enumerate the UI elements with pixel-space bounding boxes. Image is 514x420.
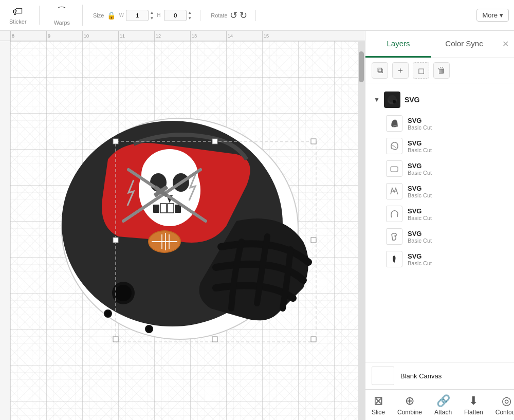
delete-layer-btn[interactable]: 🗑 bbox=[433, 62, 450, 79]
layer-info-3: SVG Basic Cut bbox=[408, 185, 506, 198]
size-label: Size bbox=[93, 12, 104, 19]
layer-info-0: SVG Basic Cut bbox=[408, 117, 506, 131]
ruler-mark: 12 bbox=[154, 31, 190, 41]
scrollbar-vertical[interactable] bbox=[358, 41, 365, 420]
ruler-mark: 9 bbox=[46, 31, 82, 41]
layer-group-header[interactable]: ▼ SVG bbox=[365, 87, 514, 112]
canvas-grid[interactable] bbox=[10, 41, 365, 420]
slice-label: Slice bbox=[372, 409, 385, 416]
layer-type-3: Basic Cut bbox=[408, 192, 506, 198]
group-chevron-icon: ▼ bbox=[374, 96, 380, 103]
list-item[interactable]: SVG Basic Cut bbox=[365, 248, 514, 270]
group-thumbnail bbox=[384, 92, 400, 108]
scrollbar-thumb[interactable] bbox=[359, 51, 364, 82]
ruler-mark: 10 bbox=[82, 31, 118, 41]
width-down-btn[interactable]: ▼ bbox=[150, 15, 154, 21]
warps-label: Warps bbox=[54, 20, 70, 26]
tab-layers[interactable]: Layers bbox=[365, 31, 431, 58]
slice-btn[interactable]: ⊠ Slice bbox=[365, 391, 391, 419]
list-item[interactable]: SVG Basic Cut bbox=[365, 157, 514, 180]
lock-icon: 🔒 bbox=[107, 11, 116, 20]
height-up-btn[interactable]: ▲ bbox=[188, 10, 192, 15]
svg-rect-31 bbox=[311, 337, 316, 342]
layer-thumb-3 bbox=[386, 183, 402, 199]
ruler-mark: 8 bbox=[10, 31, 46, 41]
layer-type-6: Basic Cut bbox=[408, 260, 506, 266]
panel-tabs: Layers Color Sync ✕ bbox=[365, 31, 514, 58]
layer-type-5: Basic Cut bbox=[408, 238, 506, 244]
height-group: H ▲ ▼ bbox=[157, 10, 192, 21]
attach-btn[interactable]: 🔗 Attach bbox=[428, 391, 458, 419]
width-up-btn[interactable]: ▲ bbox=[150, 10, 154, 15]
sticker-btn[interactable]: 🏷 Sticker bbox=[5, 6, 31, 25]
svg-rect-7 bbox=[153, 205, 159, 213]
layer-info-6: SVG Basic Cut bbox=[408, 252, 506, 266]
ruler-mark: 11 bbox=[118, 31, 154, 41]
layer-thumb-4 bbox=[386, 206, 402, 222]
layer-thumb-1 bbox=[386, 138, 402, 154]
svg-rect-35 bbox=[311, 238, 316, 243]
height-down-btn[interactable]: ▼ bbox=[188, 15, 192, 21]
svg-line-38 bbox=[392, 145, 396, 148]
ruler-vertical bbox=[0, 41, 10, 420]
helmet-artwork[interactable] bbox=[41, 93, 329, 350]
svg-rect-33 bbox=[212, 337, 217, 342]
svg-rect-9 bbox=[168, 204, 174, 213]
layer-name-4: SVG bbox=[408, 207, 506, 215]
layer-name-2: SVG bbox=[408, 162, 506, 170]
toolbar: 🏷 Sticker ⌒ Warps Size 🔒 W ▲ ▼ H bbox=[0, 0, 514, 31]
list-item[interactable]: SVG Basic Cut bbox=[365, 112, 514, 135]
height-label: H bbox=[157, 12, 163, 18]
hide-layer-btn[interactable]: ◻ bbox=[413, 62, 429, 79]
width-group: W ▲ ▼ bbox=[119, 10, 154, 21]
svg-rect-28 bbox=[113, 139, 118, 144]
rotate-ccw-btn[interactable]: ↺ bbox=[230, 10, 237, 21]
ruler-mark: 13 bbox=[190, 31, 226, 41]
sticker-label: Sticker bbox=[9, 19, 27, 25]
add-layer-btn[interactable]: ＋ bbox=[392, 62, 409, 79]
panel-close-btn[interactable]: ✕ bbox=[497, 31, 514, 58]
combine-icon: ⊕ bbox=[405, 394, 414, 408]
contour-label: Contour bbox=[495, 409, 514, 416]
list-item[interactable]: SVG Basic Cut bbox=[365, 180, 514, 203]
svg-rect-39 bbox=[391, 167, 398, 172]
svg-rect-32 bbox=[212, 139, 217, 144]
ruler-horizontal: 8 9 10 11 12 13 14 15 bbox=[0, 31, 365, 41]
svg-point-22 bbox=[115, 285, 132, 301]
attach-label: Attach bbox=[434, 409, 452, 416]
svg-point-26 bbox=[146, 326, 152, 332]
flatten-label: Flatten bbox=[464, 409, 483, 416]
bottom-action-bar: ⊠ Slice ⊕ Combine 🔗 Attach ⬇ Flatten ◎ C… bbox=[365, 389, 514, 420]
list-item[interactable]: SVG Basic Cut bbox=[365, 203, 514, 225]
list-item[interactable]: SVG Basic Cut bbox=[365, 225, 514, 248]
ruler-marks: 8 9 10 11 12 13 14 15 bbox=[10, 31, 365, 41]
more-label: More bbox=[482, 11, 498, 19]
blank-canvas-label: Blank Canvas bbox=[400, 372, 442, 380]
warps-btn[interactable]: ⌒ Warps bbox=[50, 5, 74, 26]
svg-rect-34 bbox=[113, 238, 118, 243]
list-item[interactable]: SVG Basic Cut bbox=[365, 135, 514, 157]
right-panel: Layers Color Sync ✕ ⧉ ＋ ◻ 🗑 ▼ bbox=[365, 31, 514, 420]
rotate-cw-btn[interactable]: ↻ bbox=[240, 10, 247, 21]
height-input[interactable] bbox=[164, 10, 187, 21]
layer-name-1: SVG bbox=[408, 139, 506, 147]
size-section: Size 🔒 W ▲ ▼ H ▲ ▼ bbox=[93, 10, 200, 21]
contour-btn[interactable]: ◎ Contour bbox=[489, 391, 514, 419]
more-btn[interactable]: More ▾ bbox=[476, 9, 509, 22]
tab-color-sync[interactable]: Color Sync bbox=[431, 31, 497, 58]
flatten-btn[interactable]: ⬇ Flatten bbox=[458, 391, 489, 419]
contour-icon: ◎ bbox=[502, 394, 511, 408]
panel-toolbar: ⧉ ＋ ◻ 🗑 bbox=[365, 58, 514, 83]
canvas-area[interactable]: 8 9 10 11 12 13 14 15 bbox=[0, 31, 365, 420]
attach-icon: 🔗 bbox=[436, 394, 450, 408]
main-area: 8 9 10 11 12 13 14 15 bbox=[0, 31, 514, 420]
layer-info-5: SVG Basic Cut bbox=[408, 230, 506, 244]
ruler-mark: 15 bbox=[262, 31, 298, 41]
copy-layer-btn[interactable]: ⧉ bbox=[372, 62, 388, 79]
combine-btn[interactable]: ⊕ Combine bbox=[391, 391, 428, 419]
layer-thumb-2 bbox=[386, 160, 402, 177]
width-input[interactable] bbox=[126, 10, 149, 21]
layer-thumb-0 bbox=[386, 115, 402, 132]
layer-info-4: SVG Basic Cut bbox=[408, 207, 506, 221]
warps-section: ⌒ Warps bbox=[50, 5, 83, 26]
